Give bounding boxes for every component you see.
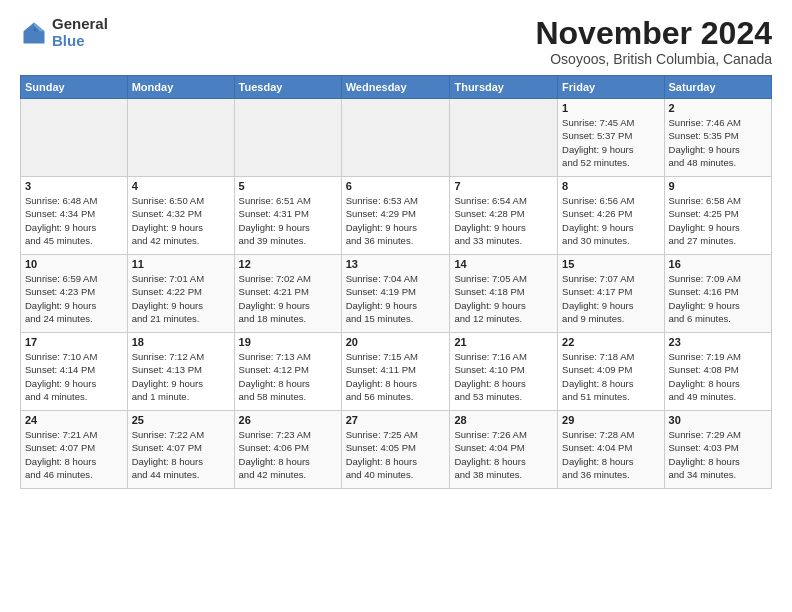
calendar-cell: 21Sunrise: 7:16 AMSunset: 4:10 PMDayligh… (450, 333, 558, 411)
day-number: 3 (25, 180, 123, 192)
day-info: Sunrise: 7:12 AMSunset: 4:13 PMDaylight:… (132, 350, 230, 403)
day-info: Sunrise: 7:23 AMSunset: 4:06 PMDaylight:… (239, 428, 337, 481)
day-number: 7 (454, 180, 553, 192)
weekday-header-row: SundayMondayTuesdayWednesdayThursdayFrid… (21, 76, 772, 99)
calendar-week-2: 3Sunrise: 6:48 AMSunset: 4:34 PMDaylight… (21, 177, 772, 255)
header: General Blue November 2024 Osoyoos, Brit… (20, 16, 772, 67)
calendar-cell: 12Sunrise: 7:02 AMSunset: 4:21 PMDayligh… (234, 255, 341, 333)
calendar-week-4: 17Sunrise: 7:10 AMSunset: 4:14 PMDayligh… (21, 333, 772, 411)
day-number: 9 (669, 180, 767, 192)
calendar-cell: 9Sunrise: 6:58 AMSunset: 4:25 PMDaylight… (664, 177, 771, 255)
day-number: 21 (454, 336, 553, 348)
page: General Blue November 2024 Osoyoos, Brit… (0, 0, 792, 612)
logo: General Blue (20, 16, 108, 49)
calendar-cell: 29Sunrise: 7:28 AMSunset: 4:04 PMDayligh… (558, 411, 664, 489)
calendar-cell (127, 99, 234, 177)
calendar-body: 1Sunrise: 7:45 AMSunset: 5:37 PMDaylight… (21, 99, 772, 489)
day-info: Sunrise: 7:26 AMSunset: 4:04 PMDaylight:… (454, 428, 553, 481)
day-number: 2 (669, 102, 767, 114)
day-number: 6 (346, 180, 446, 192)
day-info: Sunrise: 6:54 AMSunset: 4:28 PMDaylight:… (454, 194, 553, 247)
day-number: 30 (669, 414, 767, 426)
day-info: Sunrise: 6:59 AMSunset: 4:23 PMDaylight:… (25, 272, 123, 325)
calendar-week-3: 10Sunrise: 6:59 AMSunset: 4:23 PMDayligh… (21, 255, 772, 333)
day-number: 10 (25, 258, 123, 270)
day-info: Sunrise: 7:29 AMSunset: 4:03 PMDaylight:… (669, 428, 767, 481)
calendar-week-5: 24Sunrise: 7:21 AMSunset: 4:07 PMDayligh… (21, 411, 772, 489)
main-title: November 2024 (535, 16, 772, 51)
day-number: 23 (669, 336, 767, 348)
weekday-header-wednesday: Wednesday (341, 76, 450, 99)
calendar-cell: 27Sunrise: 7:25 AMSunset: 4:05 PMDayligh… (341, 411, 450, 489)
calendar-cell: 10Sunrise: 6:59 AMSunset: 4:23 PMDayligh… (21, 255, 128, 333)
day-info: Sunrise: 7:10 AMSunset: 4:14 PMDaylight:… (25, 350, 123, 403)
logo-text: General Blue (52, 16, 108, 49)
calendar-cell: 18Sunrise: 7:12 AMSunset: 4:13 PMDayligh… (127, 333, 234, 411)
day-info: Sunrise: 7:45 AMSunset: 5:37 PMDaylight:… (562, 116, 659, 169)
calendar-cell: 23Sunrise: 7:19 AMSunset: 4:08 PMDayligh… (664, 333, 771, 411)
day-number: 12 (239, 258, 337, 270)
day-info: Sunrise: 7:04 AMSunset: 4:19 PMDaylight:… (346, 272, 446, 325)
day-info: Sunrise: 6:48 AMSunset: 4:34 PMDaylight:… (25, 194, 123, 247)
calendar-cell: 24Sunrise: 7:21 AMSunset: 4:07 PMDayligh… (21, 411, 128, 489)
day-info: Sunrise: 6:56 AMSunset: 4:26 PMDaylight:… (562, 194, 659, 247)
day-info: Sunrise: 7:28 AMSunset: 4:04 PMDaylight:… (562, 428, 659, 481)
subtitle: Osoyoos, British Columbia, Canada (535, 51, 772, 67)
weekday-header-thursday: Thursday (450, 76, 558, 99)
day-number: 26 (239, 414, 337, 426)
calendar-cell (234, 99, 341, 177)
calendar-cell: 25Sunrise: 7:22 AMSunset: 4:07 PMDayligh… (127, 411, 234, 489)
calendar-cell: 14Sunrise: 7:05 AMSunset: 4:18 PMDayligh… (450, 255, 558, 333)
day-info: Sunrise: 6:58 AMSunset: 4:25 PMDaylight:… (669, 194, 767, 247)
calendar-cell: 22Sunrise: 7:18 AMSunset: 4:09 PMDayligh… (558, 333, 664, 411)
day-info: Sunrise: 7:25 AMSunset: 4:05 PMDaylight:… (346, 428, 446, 481)
day-number: 8 (562, 180, 659, 192)
day-info: Sunrise: 6:51 AMSunset: 4:31 PMDaylight:… (239, 194, 337, 247)
day-number: 22 (562, 336, 659, 348)
calendar-cell: 2Sunrise: 7:46 AMSunset: 5:35 PMDaylight… (664, 99, 771, 177)
weekday-header-tuesday: Tuesday (234, 76, 341, 99)
calendar-cell: 26Sunrise: 7:23 AMSunset: 4:06 PMDayligh… (234, 411, 341, 489)
calendar-cell: 28Sunrise: 7:26 AMSunset: 4:04 PMDayligh… (450, 411, 558, 489)
title-block: November 2024 Osoyoos, British Columbia,… (535, 16, 772, 67)
day-number: 1 (562, 102, 659, 114)
logo-blue-text: Blue (52, 33, 108, 50)
day-number: 14 (454, 258, 553, 270)
calendar-cell: 4Sunrise: 6:50 AMSunset: 4:32 PMDaylight… (127, 177, 234, 255)
calendar-cell: 13Sunrise: 7:04 AMSunset: 4:19 PMDayligh… (341, 255, 450, 333)
calendar-week-1: 1Sunrise: 7:45 AMSunset: 5:37 PMDaylight… (21, 99, 772, 177)
calendar-cell: 20Sunrise: 7:15 AMSunset: 4:11 PMDayligh… (341, 333, 450, 411)
calendar-cell: 30Sunrise: 7:29 AMSunset: 4:03 PMDayligh… (664, 411, 771, 489)
day-number: 13 (346, 258, 446, 270)
day-number: 4 (132, 180, 230, 192)
calendar-cell: 8Sunrise: 6:56 AMSunset: 4:26 PMDaylight… (558, 177, 664, 255)
day-number: 5 (239, 180, 337, 192)
day-info: Sunrise: 7:01 AMSunset: 4:22 PMDaylight:… (132, 272, 230, 325)
logo-general-text: General (52, 16, 108, 33)
calendar-cell: 16Sunrise: 7:09 AMSunset: 4:16 PMDayligh… (664, 255, 771, 333)
day-number: 24 (25, 414, 123, 426)
day-number: 19 (239, 336, 337, 348)
weekday-header-saturday: Saturday (664, 76, 771, 99)
day-info: Sunrise: 7:19 AMSunset: 4:08 PMDaylight:… (669, 350, 767, 403)
day-info: Sunrise: 7:22 AMSunset: 4:07 PMDaylight:… (132, 428, 230, 481)
day-info: Sunrise: 7:46 AMSunset: 5:35 PMDaylight:… (669, 116, 767, 169)
calendar-cell: 1Sunrise: 7:45 AMSunset: 5:37 PMDaylight… (558, 99, 664, 177)
calendar-cell: 15Sunrise: 7:07 AMSunset: 4:17 PMDayligh… (558, 255, 664, 333)
weekday-header-sunday: Sunday (21, 76, 128, 99)
day-info: Sunrise: 7:15 AMSunset: 4:11 PMDaylight:… (346, 350, 446, 403)
day-number: 15 (562, 258, 659, 270)
day-info: Sunrise: 7:13 AMSunset: 4:12 PMDaylight:… (239, 350, 337, 403)
day-info: Sunrise: 7:18 AMSunset: 4:09 PMDaylight:… (562, 350, 659, 403)
day-number: 11 (132, 258, 230, 270)
calendar-cell (21, 99, 128, 177)
calendar-cell: 7Sunrise: 6:54 AMSunset: 4:28 PMDaylight… (450, 177, 558, 255)
day-info: Sunrise: 7:16 AMSunset: 4:10 PMDaylight:… (454, 350, 553, 403)
day-number: 27 (346, 414, 446, 426)
calendar-cell (450, 99, 558, 177)
logo-icon (20, 19, 48, 47)
day-info: Sunrise: 7:02 AMSunset: 4:21 PMDaylight:… (239, 272, 337, 325)
day-info: Sunrise: 7:07 AMSunset: 4:17 PMDaylight:… (562, 272, 659, 325)
day-number: 17 (25, 336, 123, 348)
weekday-header-monday: Monday (127, 76, 234, 99)
